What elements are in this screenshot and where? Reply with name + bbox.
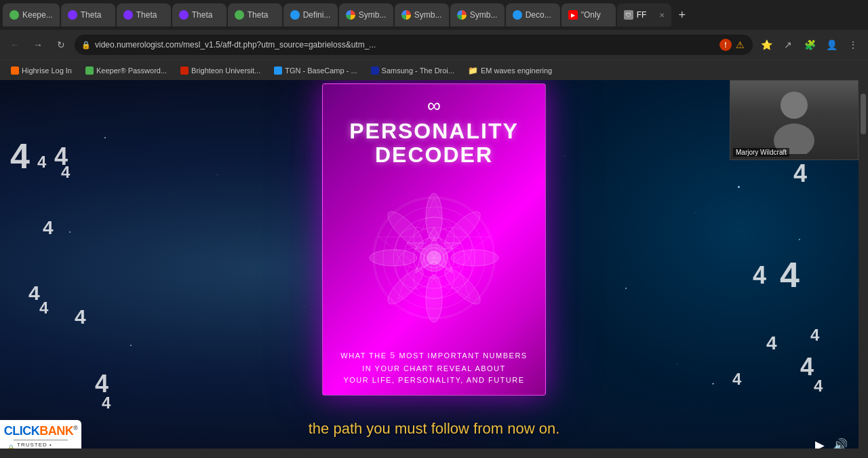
tab-favicon-4	[179, 10, 189, 20]
star-4	[304, 307, 304, 307]
tab-close-button[interactable]: ✕	[659, 12, 665, 19]
tab-favicon-3	[123, 10, 133, 20]
tab-theta-1[interactable]: Theta	[61, 3, 115, 26]
bookmark-button[interactable]: ⭐	[757, 35, 776, 54]
clickbank-bank: BANK	[39, 424, 73, 438]
tab-label-8: Symb...	[414, 10, 442, 20]
tab-symb-1[interactable]: Symb...	[339, 3, 393, 26]
tab-favicon-8	[401, 10, 411, 20]
floating-number-3: 4	[61, 163, 70, 182]
tab-keepe[interactable]: Keepe...	[3, 3, 60, 26]
bookmark-favicon-highrise	[11, 66, 19, 75]
floating-number-13: 4	[766, 332, 777, 354]
book-title-line1: PERSONALITY	[349, 119, 519, 143]
svg-point-13	[440, 264, 485, 309]
clickbank-logo: CLICKBANK®	[4, 424, 78, 438]
tab-label-3: Theta	[136, 10, 164, 20]
star-11	[799, 239, 800, 240]
tab-label-9: Symb...	[470, 10, 498, 20]
star-6	[564, 155, 565, 156]
floating-number-0: 4	[10, 136, 30, 176]
tab-label-12: FF	[637, 10, 656, 20]
scrollbar-horizontal[interactable]	[0, 449, 859, 458]
star-7	[625, 288, 627, 289]
bookmark-favicon-folder: 📁	[468, 66, 478, 75]
nav-icon-group: ⭐ ↗ 🧩 👤 ⋮	[757, 35, 863, 54]
star-sparkle-2	[712, 383, 715, 385]
bookmark-favicon-tgn	[274, 66, 282, 75]
bookmark-brighteon[interactable]: Brighteon Universit...	[175, 65, 266, 76]
address-security-icons: ! ⚠	[719, 39, 746, 51]
bookmark-label-brighteon: Brighteon Universit...	[191, 66, 260, 75]
tab-label-6: Defini...	[303, 10, 331, 20]
tab-label-5: Theta	[248, 10, 275, 20]
star-1	[104, 137, 106, 138]
tab-symb-3[interactable]: Symb...	[450, 3, 505, 26]
tab-youtube[interactable]: ▶ "Only	[561, 3, 616, 26]
profile-button[interactable]: 👤	[822, 35, 841, 54]
star-8	[694, 212, 695, 213]
extensions-button[interactable]: 🧩	[800, 35, 819, 54]
scrollbar-vertical[interactable]	[859, 80, 868, 458]
svg-point-23	[427, 251, 441, 265]
bookmark-samsung[interactable]: Samsung - The Droi...	[366, 65, 460, 76]
floating-number-12: 4	[780, 254, 800, 295]
webcam-video: Marjory Wildcraft	[730, 81, 858, 159]
floating-number-11: 4	[753, 261, 766, 290]
back-button[interactable]: ←	[5, 35, 24, 54]
floating-number-10: 4	[793, 159, 807, 188]
tab-theta-2[interactable]: Theta	[117, 3, 171, 26]
triangle-warning-icon: ⚠	[734, 39, 746, 51]
tab-symb-2[interactable]: Symb...	[395, 3, 449, 26]
floating-number-14: 4	[810, 326, 819, 345]
bookmarks-bar: Highrise Log In Keeper® Password... Brig…	[0, 60, 868, 80]
tab-ff-active[interactable]: 🛡 FF ✕	[617, 3, 671, 26]
clickbank-name: CLICK	[4, 424, 40, 438]
bookmark-em-waves[interactable]: 📁 EM waves enginering	[462, 64, 557, 77]
tab-defini[interactable]: Defini...	[283, 3, 338, 26]
book-title-line2: DECODER	[375, 142, 493, 167]
address-bar[interactable]: 🔒 video.numerologist.com/mesl_v1.5/aff-d…	[75, 35, 753, 55]
bookmark-favicon-brighteon	[180, 66, 189, 75]
navigation-bar: ← → ↻ 🔒 video.numerologist.com/mesl_v1.5…	[0, 30, 868, 60]
lock-icon: 🔒	[81, 41, 91, 50]
video-player[interactable]: 444444444444444444 ∞ PERSONALITY DECODER	[0, 80, 868, 458]
tab-favicon-ff: 🛡	[624, 10, 633, 20]
bookmark-keeper[interactable]: Keeper® Password...	[80, 65, 172, 76]
address-text: video.numerologist.com/mesl_v1.5/aff-dt.…	[95, 40, 715, 50]
star-3	[69, 231, 71, 233]
tab-favicon-keeper	[9, 10, 19, 20]
tab-favicon-9	[457, 10, 467, 20]
bookmark-favicon-keeper	[85, 66, 94, 75]
share-button[interactable]: ↗	[778, 35, 797, 54]
mandala-svg	[366, 190, 502, 326]
tab-label-4: Theta	[192, 10, 220, 20]
tab-label-2: Theta	[81, 10, 108, 20]
bookmark-label-tgn: TGN - BaseCamp - ...	[285, 66, 357, 75]
mandala-image	[359, 183, 509, 332]
tab-theta-3[interactable]: Theta	[172, 3, 226, 26]
webcam-silhouette	[767, 86, 821, 154]
infinity-symbol: ∞	[427, 95, 441, 117]
tab-deco[interactable]: Deco...	[506, 3, 560, 26]
tab-favicon-5	[235, 10, 244, 20]
bookmark-highrise[interactable]: Highrise Log In	[5, 65, 77, 76]
subtitle-text: the path you must follow from now on.	[309, 420, 560, 437]
floating-number-5: 4	[28, 282, 40, 305]
bookmark-label-keeper: Keeper® Password...	[96, 66, 167, 75]
settings-button[interactable]: ⋮	[844, 35, 863, 54]
main-content: 444444444444444444 ∞ PERSONALITY DECODER	[0, 80, 868, 458]
tab-label-1: Keepe...	[22, 10, 53, 20]
bookmark-tgn[interactable]: TGN - BaseCamp - ...	[269, 65, 362, 76]
book-cover: ∞ PERSONALITY DECODER	[322, 83, 546, 396]
tab-theta-4[interactable]: Theta	[228, 3, 282, 26]
webcam-person-name: Marjory Wildcraft	[733, 148, 789, 157]
new-tab-button[interactable]: +	[673, 5, 692, 24]
reload-button[interactable]: ↻	[52, 35, 71, 54]
star-2	[217, 174, 218, 175]
scrollbar-thumb[interactable]	[861, 94, 866, 134]
tab-favicon-2	[68, 10, 77, 20]
forward-button[interactable]: →	[28, 35, 47, 54]
book-subtitle-line2: IN YOUR CHART REVEAL ABOUT	[340, 363, 527, 375]
star-10	[677, 364, 677, 364]
